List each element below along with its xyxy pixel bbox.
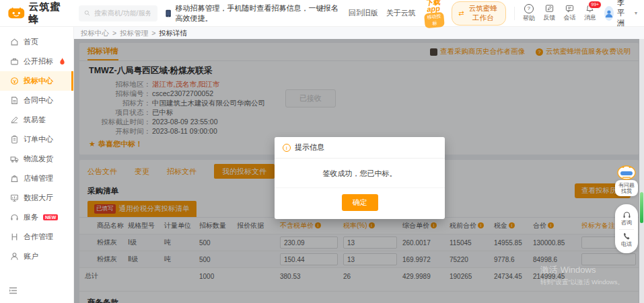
- sidebar-item-shop[interactable]: 店铺管理: [0, 169, 73, 188]
- message-label: 消息: [584, 13, 596, 22]
- bee-mascot-icon[interactable]: [616, 165, 637, 181]
- watermark-line: 转到"设置"以激活 Windows。: [540, 278, 624, 287]
- download-app-badge[interactable]: 下载app 移动投标: [423, 0, 445, 28]
- divider: [514, 7, 515, 20]
- help-icon: ?: [524, 4, 534, 13]
- sidebar-item-account[interactable]: 账户: [0, 247, 73, 266]
- back-to-old-link[interactable]: 回到旧版: [349, 8, 378, 18]
- briefcase-icon: [10, 57, 19, 66]
- user-menu[interactable]: 李平洲 ▾: [604, 0, 637, 28]
- sidebar-item-services[interactable]: 服务 NEW: [0, 208, 73, 227]
- breadcrumb-item[interactable]: 投标中心: [81, 27, 109, 39]
- modal-title: 提示信息: [295, 142, 324, 153]
- sidebar-item-label: 订单中心: [24, 134, 53, 144]
- sidebar-item-label: 公开招标: [24, 56, 53, 67]
- fire-icon: [58, 57, 67, 66]
- scrollbar-track[interactable]: [639, 39, 644, 303]
- help-label: 帮助: [523, 14, 535, 23]
- help-menu-item[interactable]: ? 帮助: [523, 4, 535, 23]
- about-link[interactable]: 关于云筑: [386, 8, 416, 18]
- phone-label: 电话: [621, 241, 632, 247]
- account-person-icon: [10, 252, 19, 261]
- scrollbar-thumb[interactable]: [640, 192, 643, 223]
- divider: [619, 229, 634, 230]
- pen-icon: [10, 116, 19, 124]
- sidebar-item-label: 合作管理: [24, 232, 53, 242]
- service-headset-icon: [10, 213, 19, 222]
- breadcrumb-separator: >: [112, 27, 116, 39]
- helper-bubble[interactable]: 有问题 找我: [615, 180, 638, 196]
- sidebar-item-label: 店铺管理: [24, 173, 53, 183]
- breadcrumb-separator: >: [151, 27, 155, 39]
- swap-icon: ⇄: [458, 9, 464, 17]
- breadcrumb-current: 投标详情: [159, 27, 187, 39]
- workbench-button[interactable]: ⇄ 云筑蜜蜂工作台: [452, 1, 506, 26]
- modal-footer: 确定: [275, 187, 445, 219]
- contact-pill: 咨询 电话: [615, 204, 638, 253]
- feedback-icon: [545, 4, 554, 13]
- download-app-label: 下载app: [423, 0, 443, 13]
- sidebar-item-data-hall[interactable]: 数据大厅: [0, 188, 73, 208]
- consult-button[interactable]: 咨询: [615, 209, 638, 228]
- new-badge: NEW: [43, 214, 58, 220]
- sidebar-item-logistics[interactable]: 物流发货: [0, 149, 73, 169]
- sidebar-item-public-bidding[interactable]: 公开招标: [0, 52, 73, 71]
- app-window: 云筑蜜蜂 移动招募管理，手机随时查看招募信息，一键报名高效便捷。 回到旧版 关于…: [0, 0, 644, 303]
- chat-icon: [565, 4, 574, 13]
- feedback-menu-item[interactable]: 反馈: [543, 4, 555, 22]
- chart-icon: [10, 193, 19, 202]
- message-count-badge: 99+: [588, 1, 602, 9]
- modal-header: i 提示信息: [275, 137, 445, 159]
- brand-logo[interactable]: 云筑蜜蜂: [8, 1, 64, 26]
- global-search[interactable]: [79, 5, 157, 21]
- clipboard-icon: [10, 135, 19, 144]
- helper-bubble-text: 找我: [616, 188, 637, 194]
- breadcrumb: 投标中心 > 投标管理 > 投标详情: [74, 27, 644, 39]
- brand-logo-icon: [8, 6, 25, 20]
- notice-modal: i 提示信息 签收成功，您已中标。 确定: [275, 137, 445, 219]
- coin-icon: [10, 77, 19, 85]
- chat-menu-item[interactable]: 会话: [563, 4, 575, 22]
- brand-name: 云筑蜜蜂: [29, 1, 64, 26]
- feedback-label: 反馈: [543, 13, 555, 22]
- truck-icon: [10, 155, 19, 163]
- user-name: 李平洲: [617, 0, 631, 28]
- sidebar-collapse-button[interactable]: [9, 285, 17, 297]
- menu-fold-icon: [9, 287, 17, 294]
- helper-widget: 有问题 找我 咨询 电话: [615, 165, 638, 253]
- modal-body: 签收成功，您已中标。: [275, 159, 445, 187]
- sidebar: 首页 公开招标 投标中心 合同中心 筑易签 订单中心: [0, 27, 74, 303]
- sidebar-item-label: 投标中心: [24, 76, 53, 86]
- sidebar-item-esign[interactable]: 筑易签: [0, 110, 73, 130]
- promo-banner-text: 移动招募管理，手机随时查看招募信息，一键报名高效便捷。: [175, 3, 340, 24]
- person-icon: [604, 9, 614, 18]
- chat-label: 会话: [564, 13, 576, 22]
- top-right-actions: 回到旧版 关于云筑 下载app 移动投标 ⇄ 云筑蜜蜂工作台 ? 帮助 反馈: [349, 0, 637, 28]
- headset-icon: [622, 211, 631, 219]
- sidebar-item-cooperation[interactable]: 合作管理: [0, 227, 73, 247]
- sidebar-item-label: 账户: [24, 251, 38, 261]
- sidebar-item-label: 服务: [24, 212, 38, 222]
- confirm-button[interactable]: 确定: [342, 194, 378, 211]
- shop-bag-icon: [10, 174, 19, 183]
- helper-bubble-text: 有问题: [616, 182, 637, 188]
- sidebar-item-bid-center[interactable]: 投标中心: [0, 71, 73, 91]
- document-icon: [10, 96, 19, 105]
- sidebar-item-home[interactable]: 首页: [0, 32, 73, 52]
- sidebar-item-label: 物流发货: [24, 154, 53, 164]
- avatar: [604, 6, 614, 21]
- sidebar-item-contract-center[interactable]: 合同中心: [0, 91, 73, 110]
- promo-banner: 移动招募管理，手机随时查看招募信息，一键报名高效便捷。: [166, 3, 341, 24]
- message-menu-item[interactable]: 99+ 消息: [584, 4, 596, 22]
- sidebar-item-label: 筑易签: [24, 115, 46, 125]
- workbench-label: 云筑蜜蜂工作台: [467, 4, 499, 23]
- sidebar-item-order-center[interactable]: 订单中心: [0, 130, 73, 149]
- consult-label: 咨询: [621, 220, 632, 226]
- windows-watermark: 激活 Windows 转到"设置"以激活 Windows。: [540, 264, 624, 287]
- sidebar-item-label: 合同中心: [24, 95, 53, 105]
- phone-button[interactable]: 电话: [615, 230, 638, 250]
- chevron-down-icon: ▾: [635, 10, 637, 16]
- watermark-line: 激活 Windows: [540, 264, 624, 276]
- search-input[interactable]: [93, 9, 152, 17]
- breadcrumb-item[interactable]: 投标管理: [120, 27, 148, 39]
